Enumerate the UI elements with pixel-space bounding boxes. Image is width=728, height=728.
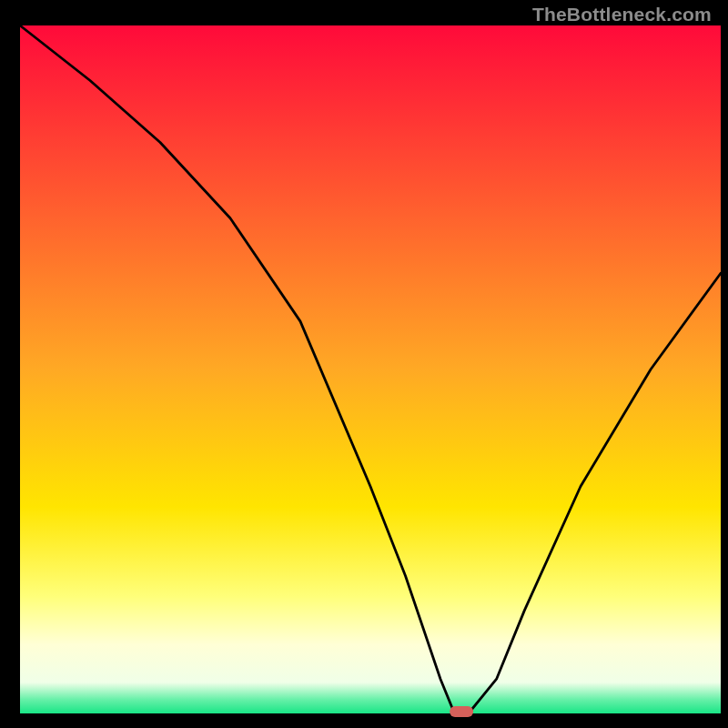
optimum-marker: [450, 706, 473, 717]
chart-container: TheBottleneck.com: [0, 0, 728, 728]
plot-background: [20, 25, 721, 713]
watermark-text: TheBottleneck.com: [532, 4, 712, 25]
bottleneck-plot: [0, 0, 728, 728]
